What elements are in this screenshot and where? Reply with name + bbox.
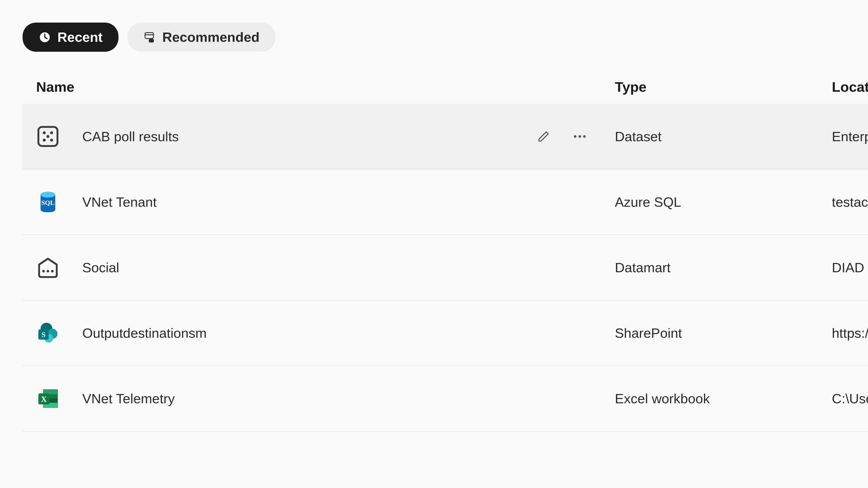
tab-recommended[interactable]: Recommended [127, 23, 275, 52]
edit-icon[interactable] [536, 129, 552, 144]
item-type: Dataset [615, 129, 832, 144]
item-type: Azure SQL [615, 194, 832, 210]
table-row[interactable]: CAB poll results Dataset Enterprise [23, 104, 868, 169]
database-icon [143, 31, 156, 43]
svg-point-4 [43, 131, 46, 134]
item-name: VNet Telemetry [82, 391, 615, 406]
table-body: CAB poll results Dataset Enterprise [23, 104, 868, 431]
svg-text:S: S [41, 330, 45, 339]
item-location: Enterprise [832, 129, 868, 144]
table-row[interactable]: SQL VNet Tenant Azure SQL testaccount [23, 169, 868, 235]
item-type: Excel workbook [615, 391, 832, 406]
item-name: Social [82, 260, 615, 275]
item-name: CAB poll results [82, 129, 513, 144]
svg-point-14 [41, 192, 55, 198]
svg-rect-1 [145, 33, 153, 38]
svg-point-17 [46, 270, 49, 272]
tabs-bar: Recent Recommended [23, 23, 868, 52]
item-location: testaccount [832, 194, 868, 210]
table-row[interactable]: X VNet Telemetry Excel workbook C:\Users [23, 366, 868, 431]
column-header-location[interactable]: Location [832, 79, 868, 95]
item-type: Datamart [615, 260, 832, 275]
dataset-icon [36, 125, 60, 148]
table-row[interactable]: S Outputdestinationsm SharePoint https:/… [23, 300, 868, 366]
svg-point-16 [42, 270, 45, 272]
clock-icon [38, 31, 51, 43]
item-location: DIAD [832, 260, 868, 275]
svg-point-6 [43, 139, 46, 142]
sql-icon: SQL [36, 190, 60, 214]
column-header-name[interactable]: Name [36, 79, 615, 95]
column-header-type[interactable]: Type [615, 79, 832, 95]
item-location: https:// [832, 325, 868, 341]
datamart-icon [36, 256, 60, 279]
item-name: Outputdestinationsm [82, 325, 615, 341]
svg-point-12 [583, 135, 586, 138]
svg-point-5 [50, 131, 53, 134]
svg-point-7 [50, 139, 53, 142]
item-name: VNet Tenant [82, 194, 615, 210]
svg-point-18 [51, 270, 54, 272]
tab-recent[interactable]: Recent [23, 23, 119, 52]
item-type: SharePoint [615, 325, 832, 341]
table-header: Name Type Location [23, 79, 868, 104]
svg-text:SQL: SQL [41, 199, 55, 206]
tab-recent-label: Recent [57, 29, 103, 45]
svg-point-10 [574, 135, 577, 138]
more-icon[interactable] [572, 129, 588, 144]
sharepoint-icon: S [36, 321, 60, 345]
svg-point-11 [579, 135, 581, 138]
svg-point-8 [46, 135, 50, 138]
excel-icon: X [36, 387, 60, 410]
svg-text:X: X [41, 395, 47, 404]
item-location: C:\Users [832, 391, 868, 406]
table-row[interactable]: Social Datamart DIAD [23, 235, 868, 300]
tab-recommended-label: Recommended [162, 29, 259, 45]
